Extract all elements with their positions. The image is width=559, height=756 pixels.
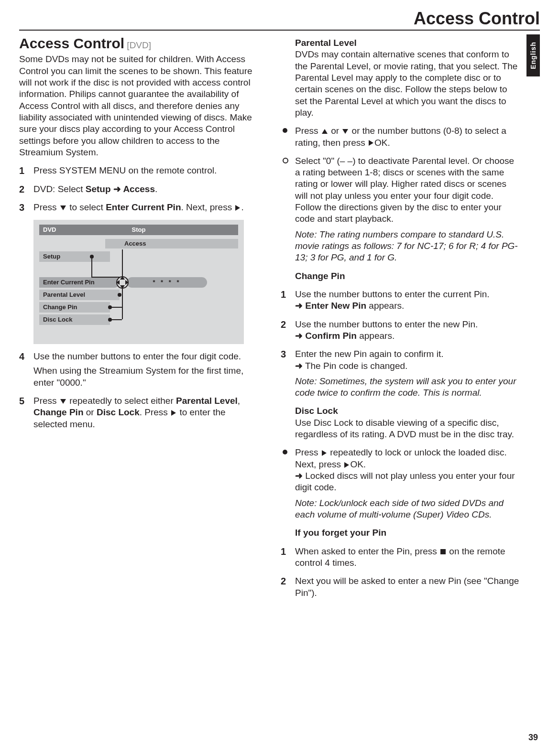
- osd-enter-pin: Enter Current Pin: [39, 277, 120, 288]
- step-text: Press to select Enter Current Pin. Next,…: [33, 202, 244, 212]
- step-number: 2: [19, 184, 24, 196]
- step-4: 4 Use the number buttons to enter the fo…: [19, 351, 260, 389]
- section-tag: [DVD]: [127, 40, 151, 50]
- osd-stop-label: Stop: [132, 226, 146, 234]
- note: Note: Lock/unlock each side of two sided…: [295, 497, 521, 521]
- left-column: Access Control [DVD] Some DVDs may not b…: [19, 34, 260, 605]
- arrow-right-icon: ➜: [295, 471, 303, 481]
- fp-step-1: 1 When asked to enter the Pin, press on …: [281, 546, 521, 569]
- bullet-solid: Press repeatedly to lock or unlock the l…: [281, 447, 521, 520]
- step-number: 3: [19, 202, 24, 214]
- page-title: Access Control: [19, 9, 540, 29]
- content: Access Control [DVD] Some DVDs may not b…: [19, 34, 521, 605]
- change-pin-steps: 1 Use the number buttons to enter the cu…: [281, 289, 521, 399]
- arrow-right-icon: ➜: [295, 361, 303, 371]
- right-icon: [369, 140, 373, 146]
- step-text: DVD: Select Setup ➜ Access.: [33, 184, 157, 194]
- right-icon: [344, 462, 349, 468]
- step-5: 5 Press repeatedly to select either Pare…: [19, 395, 260, 430]
- osd-figure: DVD Stop Access Setup Enter Current Pin …: [33, 220, 244, 344]
- parental-level-text: DVDs may contain alternative scenes that…: [281, 49, 521, 119]
- right-icon: [235, 205, 240, 211]
- osd-access-bar: Access: [105, 239, 238, 248]
- osd-pin-mask: * * * *: [127, 277, 207, 288]
- step-number: 3: [281, 348, 286, 361]
- disc-lock-text: Use Disc Lock to disable viewing of a sp…: [281, 417, 521, 441]
- parental-level-heading: Parental Level: [281, 37, 521, 49]
- change-pin-heading: Change Pin: [281, 270, 521, 282]
- section-title: Access Control: [19, 35, 124, 51]
- right-icon: [322, 450, 327, 456]
- cp-step-2: 2 Use the number buttons to enter the ne…: [281, 319, 521, 342]
- bullet-hollow: Select "0" (– –) to deactivate Parental …: [281, 155, 521, 264]
- step-2: 2 DVD: Select Setup ➜ Access.: [19, 184, 260, 195]
- intro-paragraph: Some DVDs may not be suited for children…: [19, 54, 260, 158]
- down-icon: [342, 129, 348, 134]
- osd-title-bar: DVD Stop: [39, 225, 238, 235]
- forget-pin-steps: 1 When asked to enter the Pin, press on …: [281, 546, 521, 599]
- right-column: Parental Level DVDs may contain alternat…: [281, 34, 521, 605]
- note: Note: The rating numbers compare to stan…: [295, 229, 521, 264]
- cursor-icon: [116, 276, 129, 289]
- disc-lock-bullets: Press repeatedly to lock or unlock the l…: [281, 447, 521, 520]
- arrow-right-icon: ➜: [295, 301, 305, 311]
- tree-dot: [108, 305, 112, 309]
- tree-line: [122, 249, 123, 277]
- tree-line: [122, 289, 123, 319]
- language-tab: English: [526, 34, 540, 76]
- note: Note: Sometimes, the system will ask you…: [295, 376, 521, 399]
- parental-level-bullets: Press or or the number buttons (0-8) to …: [281, 125, 521, 263]
- arrow-right-icon: ➜: [295, 331, 305, 341]
- right-icon: [171, 410, 176, 416]
- step-text: Press SYSTEM MENU on the remote control.: [33, 165, 217, 175]
- step-number: 2: [281, 575, 286, 588]
- stop-icon: [440, 549, 446, 554]
- tree-dot: [118, 293, 121, 297]
- tree-line: [91, 259, 92, 278]
- section-heading: Access Control [DVD]: [19, 34, 260, 53]
- forget-pin-heading: If you forget your Pin: [281, 527, 521, 539]
- page-number: 39: [528, 733, 538, 743]
- main-steps-cont: 4 Use the number buttons to enter the fo…: [19, 351, 260, 430]
- step-text: Press repeatedly to select either Parent…: [33, 396, 240, 429]
- language-label: English: [529, 42, 537, 69]
- tree-line: [91, 277, 122, 278]
- disc-lock-heading: Disc Lock: [281, 405, 521, 417]
- step-number: 1: [19, 165, 24, 177]
- step-number: 1: [281, 289, 286, 301]
- osd-parental: Parental Level: [39, 290, 120, 300]
- step-subtext: When using the Streamium System for the …: [33, 365, 260, 389]
- tree-dot: [108, 318, 112, 322]
- down-icon: [60, 399, 66, 404]
- step-number: 4: [19, 351, 24, 363]
- step-text: Use the number buttons to enter the four…: [33, 351, 241, 361]
- step-number: 1: [281, 546, 286, 558]
- main-steps: 1 Press SYSTEM MENU on the remote contro…: [19, 165, 260, 213]
- osd-setup: Setup: [39, 251, 110, 262]
- step-3: 3 Press to select Enter Current Pin. Nex…: [19, 202, 260, 213]
- cp-step-1: 1 Use the number buttons to enter the cu…: [281, 289, 521, 312]
- fp-step-2: 2 Next you will be asked to enter a new …: [281, 575, 521, 599]
- down-icon: [60, 205, 66, 210]
- osd-dvd-label: DVD: [43, 226, 56, 234]
- osd-disc-lock: Disc Lock: [39, 314, 110, 325]
- tree-line: [112, 307, 122, 308]
- up-icon: [322, 129, 328, 134]
- bullet-solid: Press or or the number buttons (0-8) to …: [281, 125, 521, 149]
- page-header: Access Control: [19, 9, 540, 31]
- tree-line: [112, 319, 122, 320]
- step-number: 2: [281, 319, 286, 331]
- osd-change-pin: Change Pin: [39, 302, 110, 313]
- step-number: 5: [19, 395, 24, 408]
- cp-step-3: 3 Enter the new Pin again to confirm it.…: [281, 348, 521, 399]
- arrow-right-icon: ➜: [113, 184, 121, 194]
- step-1: 1 Press SYSTEM MENU on the remote contro…: [19, 165, 260, 176]
